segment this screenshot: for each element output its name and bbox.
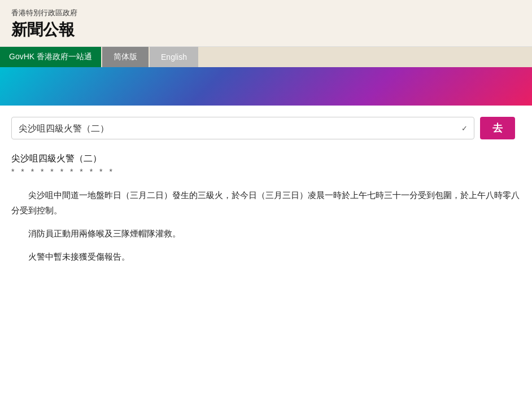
go-button[interactable]: 去	[480, 117, 515, 139]
main-content: 尖沙咀四級火警（二） ✓ 去 尖沙咀四級火警（二） * * * * * * * …	[0, 106, 532, 289]
nav-govhk[interactable]: GovHK 香港政府一站通	[0, 47, 101, 67]
article-paragraph-3: 火警中暫未接獲受傷報告。	[11, 249, 521, 264]
header: 香港特別行政區政府 新聞公報	[0, 0, 532, 47]
search-row: 尖沙咀四級火警（二） ✓ 去	[11, 117, 521, 139]
nav-english[interactable]: English	[150, 47, 198, 67]
article-stars: * * * * * * * * * * *	[11, 167, 521, 176]
article-paragraph-2: 消防員正動用兩條喉及三隊煙帽隊灌救。	[11, 226, 521, 241]
search-select-wrapper: 尖沙咀四級火警（二） ✓	[11, 117, 474, 139]
article-title: 尖沙咀四級火警（二）	[11, 153, 521, 165]
header-subtitle: 香港特別行政區政府	[11, 8, 521, 18]
article-paragraph-1: 尖沙咀中間道一地盤昨日（三月二日）發生的三級火，於今日（三月三日）凌晨一時於上午…	[11, 187, 521, 218]
article: 尖沙咀四級火警（二） * * * * * * * * * * * 尖沙咀中間道一…	[11, 153, 521, 264]
banner	[0, 67, 532, 106]
header-title: 新聞公報	[11, 19, 521, 41]
article-select[interactable]: 尖沙咀四級火警（二）	[11, 117, 474, 139]
article-body: 尖沙咀中間道一地盤昨日（三月二日）發生的三級火，於今日（三月三日）凌晨一時於上午…	[11, 187, 521, 264]
nav-simple[interactable]: 简体版	[102, 47, 149, 67]
navbar: GovHK 香港政府一站通 简体版 English	[0, 47, 532, 67]
